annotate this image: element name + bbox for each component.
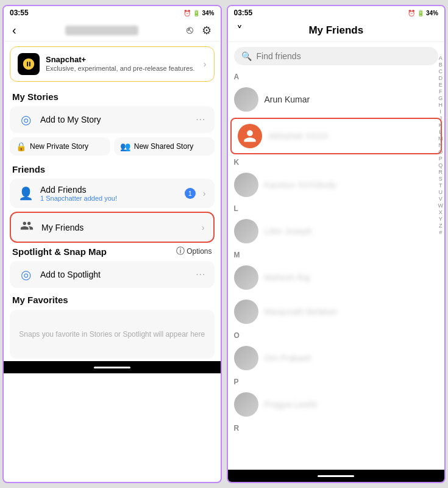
friend-avatar-3 — [234, 219, 258, 243]
alpha-index-U[interactable]: U — [439, 189, 443, 195]
alpha-label-L: L — [228, 202, 445, 214]
friend-item-1[interactable]: Abhishek XXXX — [230, 118, 443, 154]
alpha-index-E[interactable]: E — [439, 82, 443, 88]
friends-title: Friends — [4, 159, 221, 177]
alpha-index-D[interactable]: D — [439, 75, 443, 81]
back-button-left[interactable]: ‹ — [12, 23, 16, 37]
nav-bar-left: ‹ ⎋ ⚙ — [4, 20, 221, 41]
my-friends-text: My Friends — [41, 223, 194, 232]
alpha-index-S[interactable]: S — [439, 176, 443, 182]
spotlight-title: Spotlight & Snap Map — [12, 246, 107, 257]
options-label[interactable]: ⓘ Options — [176, 246, 212, 257]
add-to-spotlight-item[interactable]: ◎ Add to Spotlight ··· — [10, 261, 215, 288]
add-friends-chevron: › — [203, 188, 206, 198]
left-phone-screen: 03:55 ⏰ 🔋 34% ‹ ⎋ ⚙ Snapchat+ Exclusive,… — [2, 5, 222, 483]
new-shared-story-button[interactable]: 👥 New Shared Story — [114, 137, 215, 156]
friend-name-3: Libin Joseph — [265, 226, 313, 236]
add-friends-icon: 👤 — [18, 186, 33, 201]
friend-avatar-6 — [234, 346, 258, 370]
search-input[interactable] — [257, 51, 432, 61]
alpha-index-F[interactable]: F — [439, 88, 443, 95]
bottom-bar-left — [4, 361, 221, 373]
friend-name-5: Manjunath Belakeri — [265, 307, 338, 317]
snapchat-plus-icon — [18, 53, 40, 75]
share-icon[interactable]: ⎋ — [187, 24, 193, 37]
spotlight-icon: ◎ — [18, 267, 33, 282]
snapchat-plus-title: Snapchat+ — [46, 55, 197, 64]
friend-item-3[interactable]: Libin Joseph — [228, 214, 445, 248]
friend-name-1: Abhishek XXXX — [268, 131, 329, 141]
group-icon: 👥 — [120, 142, 130, 151]
alpha-index-H[interactable]: H — [439, 102, 443, 108]
my-friends-page-title: My Friends — [308, 24, 363, 37]
add-friends-item[interactable]: 👤 Add Friends 1 Snapchatter added you! 1… — [10, 179, 215, 208]
alpha-index-P[interactable]: P — [439, 156, 443, 162]
search-bar[interactable]: 🔍 — [234, 47, 439, 65]
add-to-story-item[interactable]: ◎ Add to My Story ··· — [10, 106, 215, 133]
battery-percent-left: 34% — [202, 10, 214, 16]
new-private-story-button[interactable]: 🔒 New Private Story — [10, 137, 110, 156]
lock-icon: 🔒 — [16, 142, 26, 151]
alpha-index[interactable]: ABCDEFGHIJKLMNOPQRSTUVWXYZ# — [438, 55, 444, 235]
friend-avatar-4 — [234, 265, 258, 290]
alpha-label-K: K — [228, 156, 445, 168]
alpha-index-C[interactable]: C — [439, 68, 443, 74]
battery-icon-right: 🔋 — [417, 10, 424, 16]
bottom-bar-line-right — [318, 475, 354, 477]
alpha-index-Q[interactable]: Q — [438, 162, 443, 168]
add-story-icon: ◎ — [18, 112, 33, 127]
alpha-index-R[interactable]: R — [439, 169, 443, 175]
friend-item-0[interactable]: Arun Kumar — [228, 82, 445, 117]
add-story-dots[interactable]: ··· — [196, 114, 205, 125]
alpha-index-O[interactable]: O — [438, 149, 443, 155]
add-friends-text: Add Friends 1 Snapchatter added you! — [40, 185, 177, 202]
friend-avatar-0 — [234, 87, 258, 112]
bottom-bar-right — [228, 470, 445, 482]
alpha-index-I[interactable]: I — [439, 109, 441, 115]
alpha-index-W[interactable]: W — [438, 203, 444, 209]
alpha-index-V[interactable]: V — [439, 196, 443, 202]
info-icon: ⓘ — [176, 246, 185, 257]
new-shared-label: New Shared Story — [134, 142, 193, 151]
friend-avatar-2 — [234, 173, 258, 197]
alpha-index-Y[interactable]: Y — [439, 216, 443, 222]
friend-item-5[interactable]: Manjunath Belakeri — [228, 295, 445, 329]
alpha-index-M[interactable]: M — [438, 135, 443, 142]
friend-item-6[interactable]: Om Prakash — [228, 341, 445, 375]
my-friends-icon — [20, 219, 34, 235]
alpha-index-L[interactable]: L — [439, 129, 442, 135]
alpha-label-A: A — [228, 70, 445, 82]
my-friends-label: My Friends — [41, 223, 194, 232]
sub-story-items: 🔒 New Private Story 👥 New Shared Story — [4, 135, 221, 159]
alpha-index-A[interactable]: A — [439, 55, 443, 61]
alpha-index-#[interactable]: # — [439, 229, 442, 235]
alpha-index-K[interactable]: K — [439, 122, 443, 128]
alpha-index-J[interactable]: J — [439, 115, 443, 121]
nav-title-blurred — [65, 26, 138, 35]
alpha-label-R: R — [228, 422, 445, 434]
snapchat-plus-chevron: › — [204, 59, 207, 69]
time-left: 03:55 — [10, 9, 29, 17]
alpha-index-Z[interactable]: Z — [439, 223, 443, 229]
nav-icons: ⎋ ⚙ — [187, 24, 212, 37]
time-right: 03:55 — [234, 9, 253, 17]
options-text: Options — [187, 247, 212, 256]
snapchat-plus-banner[interactable]: Snapchat+ Exclusive, experimental, and p… — [10, 46, 215, 82]
friend-item-4[interactable]: Mahesh Raj — [228, 260, 445, 295]
alpha-index-X[interactable]: X — [439, 209, 443, 215]
settings-icon[interactable]: ⚙ — [202, 24, 212, 37]
alpha-index-T[interactable]: T — [439, 182, 443, 188]
alpha-index-B[interactable]: B — [439, 62, 443, 68]
alpha-label-M: M — [228, 248, 445, 260]
alpha-index-G[interactable]: G — [438, 95, 443, 101]
add-story-text: Add to My Story — [40, 115, 188, 124]
search-icon: 🔍 — [241, 51, 252, 61]
status-bar-left: 03:55 ⏰ 🔋 34% — [4, 6, 221, 20]
friend-item-2[interactable]: Kaustuv XXXStudy — [228, 168, 445, 202]
back-chevron-right[interactable]: ˅ — [236, 23, 243, 38]
my-friends-item[interactable]: My Friends › — [10, 212, 215, 243]
alpha-index-N[interactable]: N — [439, 142, 443, 148]
spotlight-dots[interactable]: ··· — [196, 269, 205, 280]
snapchat-plus-subtitle: Exclusive, experimental, and pre-release… — [46, 64, 197, 73]
friend-item-7[interactable]: Pragya Leethi — [228, 387, 445, 422]
